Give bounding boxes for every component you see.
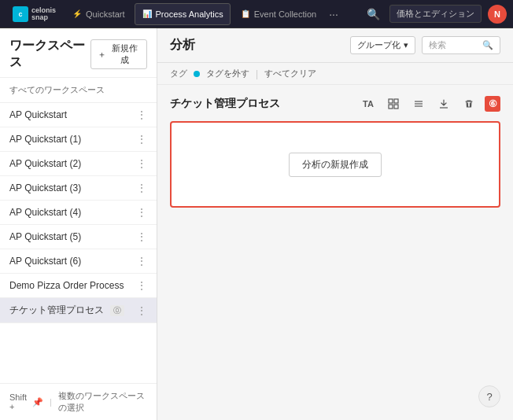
sidebar: ワークスペース ＋ 新規作成 すべてのワークスペース AP Quickstart… — [0, 28, 157, 420]
analysis-section-title: チケット管理プロセス — [170, 97, 280, 111]
item-text: チケット管理プロセス — [9, 304, 104, 317]
search-placeholder: 検索 — [429, 39, 446, 51]
group-by-label: グループ化 — [357, 39, 400, 51]
item-label: AP Quickstart (5) — [9, 231, 81, 242]
sidebar-item-ap-quickstart-6[interactable]: AP Quickstart (6) ⋮ — [0, 249, 157, 274]
nav-item-event-collection[interactable]: 📋 Event Collection — [234, 3, 323, 25]
sidebar-title: ワークスペース — [9, 38, 90, 71]
item-menu-dots[interactable]: ⋮ — [136, 133, 147, 146]
text-sort-button[interactable]: TA — [359, 94, 378, 113]
item-label: AP Quickstart (1) — [9, 134, 81, 145]
item-menu-dots[interactable]: ⋮ — [136, 255, 147, 267]
tag-exclude-button[interactable]: タグを外す — [206, 68, 249, 79]
nav-item-process-analytics[interactable]: 📊 Process Analytics — [135, 3, 231, 25]
select-multiple-label[interactable]: 複数のワークスペースの選択 — [58, 390, 147, 414]
svg-rect-2 — [389, 105, 393, 109]
event-collection-icon: 📋 — [240, 9, 251, 20]
search-icon[interactable]: 🔍 — [364, 5, 383, 24]
top-navigation: c celonissnap ⚡ Quickstart 📊 Process Ana… — [0, 0, 513, 28]
item-label: AP Quickstart — [9, 109, 67, 120]
sidebar-item-ticket-management[interactable]: チケット管理プロセス ⓪ ⋮ — [0, 298, 157, 323]
pin-icon: 📌 — [32, 397, 43, 407]
app-logo[interactable]: c celonissnap — [6, 3, 62, 25]
item-label: AP Quickstart (4) — [9, 207, 81, 218]
content-title: 分析 — [170, 37, 195, 53]
grid-view-button[interactable] — [384, 94, 403, 113]
item-label: AP Quickstart (2) — [9, 158, 81, 169]
sidebar-item-ap-quickstart-4[interactable]: AP Quickstart (4) ⋮ — [0, 201, 157, 225]
analysis-toolbar: TA — [359, 94, 500, 113]
search-input[interactable]: 検索 🔍 — [422, 36, 500, 54]
nav-more-dots[interactable]: ··· — [326, 8, 341, 20]
sidebar-header: ワークスペース ＋ 新規作成 — [0, 28, 157, 78]
create-analysis-button[interactable]: 分析の新規作成 — [289, 153, 382, 177]
plus-icon: ＋ — [98, 49, 106, 61]
main-area: ワークスペース ＋ 新規作成 すべてのワークスペース AP Quickstart… — [0, 28, 513, 420]
sidebar-item-ap-quickstart[interactable]: AP Quickstart ⋮ — [0, 103, 157, 127]
shift-label: Shift + — [9, 392, 29, 411]
nav-process-analytics-label: Process Analytics — [156, 9, 223, 19]
analysis-section: チケット管理プロセス TA — [157, 85, 513, 420]
list-view-button[interactable] — [409, 94, 428, 113]
tag-bar: タグ タグを外す | すべてクリア — [157, 63, 513, 85]
pricing-button[interactable]: 価格とエディション — [389, 5, 482, 23]
analysis-empty-box[interactable]: 分析の新規作成 — [170, 121, 500, 208]
tag-divider: | — [256, 68, 258, 79]
user-avatar[interactable]: N — [488, 5, 507, 24]
content-header: 分析 グループ化 ▾ 検索 🔍 — [157, 28, 513, 63]
item-menu-dots[interactable]: ⋮ — [136, 304, 147, 317]
sidebar-item-ap-quickstart-1[interactable]: AP Quickstart (1) ⋮ — [0, 127, 157, 152]
nav-quickstart-label: Quickstart — [86, 9, 125, 19]
sidebar-item-ap-quickstart-2[interactable]: AP Quickstart (2) ⋮ — [0, 152, 157, 176]
group-by-select[interactable]: グループ化 ▾ — [350, 36, 415, 54]
svg-rect-1 — [394, 99, 398, 103]
logo-icon: c — [13, 6, 28, 22]
item-menu-dots[interactable]: ⋮ — [136, 279, 147, 292]
sidebar-footer: Shift + 📌 | 複数のワークスペースの選択 — [0, 383, 157, 420]
workspace-list: AP Quickstart ⋮ AP Quickstart (1) ⋮ AP Q… — [0, 103, 157, 383]
new-workspace-button[interactable]: ＋ 新規作成 — [90, 39, 147, 69]
tag-label: タグ — [170, 68, 187, 79]
item-label: AP Quickstart (3) — [9, 182, 81, 193]
item-menu-dots[interactable]: ⋮ — [136, 230, 147, 243]
item-label: Demo Pizza Order Process — [9, 280, 124, 291]
nav-event-collection-label: Event Collection — [254, 9, 317, 19]
sidebar-item-ap-quickstart-3[interactable]: AP Quickstart (3) ⋮ — [0, 176, 157, 201]
content-area: 分析 グループ化 ▾ 検索 🔍 タグ タグを外す | すべてクリア — [157, 28, 513, 420]
item-menu-dots[interactable]: ⋮ — [136, 206, 147, 219]
process-analytics-icon: 📊 — [142, 9, 153, 20]
delete-button[interactable] — [459, 94, 478, 113]
app-name: celonissnap — [31, 7, 56, 21]
badge-number: ⑥ — [485, 96, 500, 112]
sidebar-item-demo-pizza[interactable]: Demo Pizza Order Process ⋮ — [0, 274, 157, 298]
footer-separator: | — [50, 397, 52, 407]
item-menu-dots[interactable]: ⋮ — [136, 109, 147, 121]
item-menu-dots[interactable]: ⋮ — [136, 157, 147, 170]
download-button[interactable] — [434, 94, 453, 113]
all-workspaces-label: すべてのワークスペース — [0, 78, 157, 103]
item-menu-dots[interactable]: ⋮ — [136, 182, 147, 194]
pin-badge: ⓪ — [110, 305, 124, 316]
sidebar-item-ap-quickstart-5[interactable]: AP Quickstart (5) ⋮ — [0, 225, 157, 249]
help-button[interactable]: ? — [478, 385, 500, 407]
tag-clear-button[interactable]: すべてクリア — [264, 68, 316, 79]
search-icon: 🔍 — [482, 40, 493, 50]
quickstart-icon: ⚡ — [72, 9, 83, 20]
svg-rect-0 — [389, 99, 393, 103]
tag-dot — [194, 71, 200, 77]
new-button-label: 新規作成 — [109, 42, 140, 66]
nav-right-area: 🔍 価格とエディション N — [364, 5, 507, 24]
svg-rect-3 — [394, 105, 398, 109]
content-controls: グループ化 ▾ 検索 🔍 — [350, 36, 500, 54]
nav-item-quickstart[interactable]: ⚡ Quickstart — [65, 3, 131, 25]
item-label: チケット管理プロセス ⓪ — [9, 304, 124, 317]
analysis-section-header: チケット管理プロセス TA — [170, 94, 500, 113]
chevron-down-icon: ▾ — [404, 40, 408, 50]
item-label: AP Quickstart (6) — [9, 256, 81, 267]
